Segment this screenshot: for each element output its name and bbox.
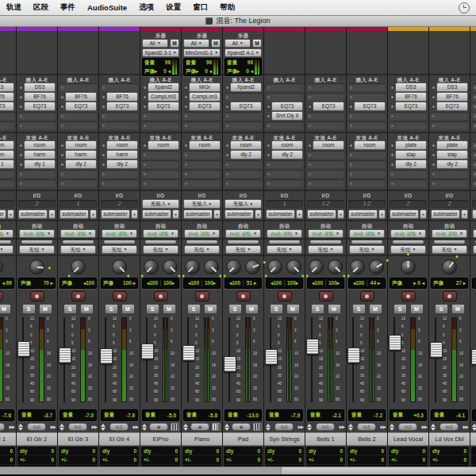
volume-display[interactable]: 音量-2.1 bbox=[307, 409, 344, 421]
pan-display[interactable]: ◂10044 ▸ bbox=[348, 278, 386, 289]
scrollbar-thumb[interactable] bbox=[281, 467, 476, 474]
send-name-button[interactable]: room bbox=[313, 140, 344, 150]
voice-stepper[interactable] bbox=[60, 424, 64, 431]
input-selector[interactable]: 1 bbox=[60, 200, 97, 208]
send-name-button[interactable]: dly 1 bbox=[24, 159, 56, 169]
send-slot[interactable]: plate bbox=[390, 141, 427, 149]
voice-stepper[interactable] bbox=[307, 424, 312, 431]
output-window-icon[interactable]: ▶▶ bbox=[340, 424, 344, 429]
volume-display[interactable]: 音量-7.6 bbox=[0, 409, 14, 421]
midi-volume-display[interactable]: 音量96声像▸0 ◂ bbox=[142, 58, 179, 76]
insert-slot[interactable]: EQ73 bbox=[390, 102, 427, 110]
send-slot[interactable] bbox=[183, 170, 221, 178]
output-selector[interactable]: submaster bbox=[0, 209, 6, 219]
group-selector[interactable]: 无组▼ bbox=[102, 245, 137, 254]
record-arm-button[interactable] bbox=[30, 291, 44, 301]
send-slot[interactable]: slap bbox=[390, 151, 427, 159]
trim-value[interactable]: 0 bbox=[340, 457, 343, 463]
voice-stepper[interactable] bbox=[142, 424, 147, 431]
solo-button[interactable]: S bbox=[105, 304, 118, 314]
send-name-button[interactable]: plate bbox=[395, 140, 427, 150]
insert-name-button[interactable]: EQ73 bbox=[313, 102, 344, 111]
send-slot[interactable] bbox=[431, 170, 468, 178]
send-slot[interactable]: dly 2 bbox=[101, 160, 138, 168]
solo-button[interactable]: S bbox=[228, 304, 242, 314]
track-name[interactable]: Piano bbox=[194, 436, 209, 443]
output-assign-button[interactable]: + bbox=[48, 209, 56, 219]
record-arm-button[interactable] bbox=[319, 291, 333, 301]
pan-knob[interactable] bbox=[442, 259, 457, 274]
mute-button[interactable]: M bbox=[369, 304, 382, 314]
group-selector[interactable]: 无组▼ bbox=[308, 245, 344, 254]
send-name-button[interactable]: room bbox=[271, 140, 303, 150]
automation-mode-selector[interactable]: 自动 读取▼ bbox=[349, 229, 385, 238]
insert-slot[interactable] bbox=[348, 112, 386, 120]
automation-mode-selector[interactable]: 自动 读取▼ bbox=[60, 229, 96, 238]
trim-value[interactable]: 0 bbox=[216, 457, 219, 463]
send-slot[interactable]: room bbox=[266, 141, 303, 149]
insert-name-button[interactable]: MiGr bbox=[189, 83, 221, 92]
instrument-plugin-selector[interactable]: MinGrnd1-1▼ bbox=[183, 48, 221, 57]
pan-display[interactable]: ◂100100▸ bbox=[142, 278, 179, 289]
send-slot[interactable] bbox=[142, 179, 179, 187]
output-selector[interactable]: submaster bbox=[225, 209, 254, 219]
trim-value[interactable]: 0 bbox=[92, 457, 95, 463]
output-assign-button[interactable]: + bbox=[337, 209, 344, 219]
insert-slot[interactable] bbox=[390, 121, 427, 129]
insert-name-button[interactable]: EQ73 bbox=[148, 102, 179, 111]
send-slot[interactable]: room bbox=[101, 141, 138, 149]
input-selector[interactable]: 2 bbox=[431, 200, 468, 208]
mute-button[interactable]: M bbox=[39, 304, 52, 314]
insert-slot[interactable] bbox=[60, 112, 97, 120]
send-name-button[interactable]: dly 2 bbox=[106, 159, 138, 169]
output-window-icon[interactable]: ▶▶ bbox=[381, 424, 386, 429]
pan-knob[interactable] bbox=[0, 259, 3, 274]
send-slot[interactable]: plate bbox=[431, 141, 468, 149]
automation-mode-selector[interactable]: 自动 读取▼ bbox=[308, 229, 344, 238]
insert-name-button[interactable]: BF76 bbox=[24, 92, 56, 102]
insert-name-button[interactable]: Shrt Dly II bbox=[271, 111, 303, 121]
fader-cap[interactable] bbox=[17, 341, 30, 357]
volume-display[interactable]: 音量-7.0 bbox=[60, 409, 97, 421]
group-selector[interactable]: ▼ bbox=[473, 245, 476, 254]
fader-cap[interactable] bbox=[347, 347, 360, 363]
insert-slot[interactable] bbox=[101, 121, 138, 129]
input-selector[interactable]: 无输入▼ bbox=[142, 199, 179, 209]
insert-slot[interactable]: BF76 bbox=[0, 93, 14, 101]
send-slot[interactable] bbox=[390, 179, 427, 187]
voice-selector[interactable]: 动态 bbox=[398, 423, 417, 431]
insert-slot[interactable] bbox=[183, 121, 221, 129]
output-assign-button[interactable]: + bbox=[296, 209, 303, 219]
output-selector[interactable]: submaster bbox=[266, 209, 295, 219]
fader-cap[interactable] bbox=[265, 349, 278, 365]
insert-slot[interactable]: Xpand2 bbox=[225, 83, 262, 91]
delay-value[interactable]: 0 bbox=[175, 448, 178, 454]
send-slot[interactable]: dly 1 bbox=[18, 160, 56, 168]
insert-name-button[interactable]: BF76 bbox=[0, 92, 14, 102]
insert-name-button[interactable]: EQ73 bbox=[24, 102, 56, 111]
send-slot[interactable] bbox=[225, 170, 262, 178]
send-name-button[interactable]: dly 2 bbox=[436, 159, 468, 169]
menu-item-3[interactable]: AudioSuite bbox=[87, 3, 127, 12]
send-slot[interactable]: room bbox=[307, 141, 344, 149]
record-arm-button[interactable] bbox=[401, 291, 416, 301]
track-name[interactable]: Ld Vox Dbl bbox=[435, 436, 463, 443]
instrument-device-selector[interactable]: All▼ bbox=[142, 39, 168, 48]
send-slot[interactable] bbox=[390, 170, 427, 178]
pan-display[interactable]: ◂100100▸ bbox=[183, 278, 221, 289]
send-name-button[interactable]: harm bbox=[106, 150, 138, 159]
send-name-button[interactable]: harm bbox=[24, 150, 56, 159]
insert-slot[interactable] bbox=[225, 93, 262, 101]
mute-button[interactable]: M bbox=[204, 304, 217, 314]
insert-slot[interactable] bbox=[348, 83, 386, 91]
instrument-device-selector[interactable]: All▼ bbox=[183, 39, 209, 48]
send-slot[interactable] bbox=[266, 179, 303, 187]
fader-track[interactable] bbox=[146, 317, 148, 402]
mute-button[interactable]: M bbox=[451, 304, 465, 314]
track-name[interactable]: Bells 1 bbox=[317, 436, 335, 443]
insert-slot[interactable] bbox=[142, 121, 179, 129]
send-slot[interactable] bbox=[0, 179, 14, 187]
clock-icon[interactable] bbox=[459, 2, 470, 13]
fader-cap[interactable] bbox=[100, 348, 113, 364]
insert-name-button[interactable]: EQ73 bbox=[0, 102, 14, 111]
